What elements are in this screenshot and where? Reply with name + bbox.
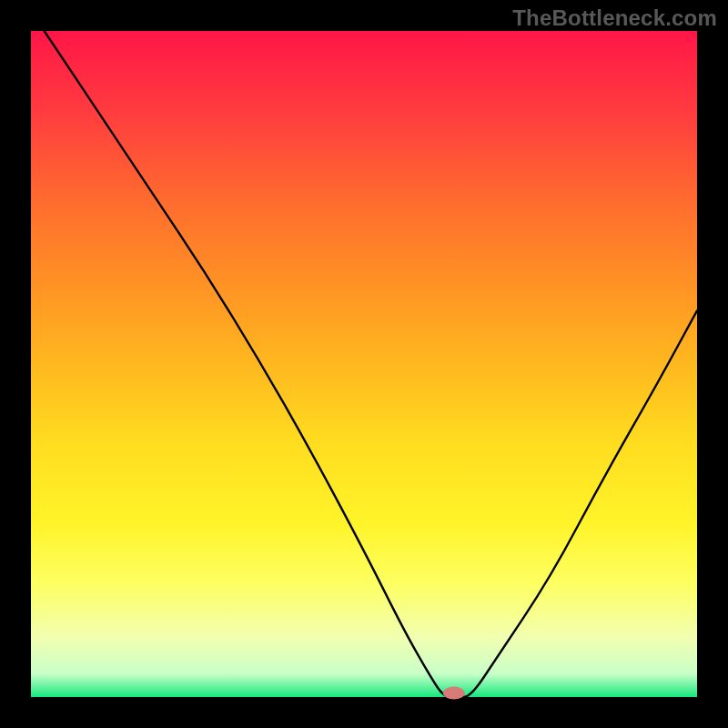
optimal-marker: [443, 687, 465, 700]
chart-container: TheBottleneck.com: [0, 0, 728, 728]
bottleneck-chart: [0, 0, 728, 728]
watermark-text: TheBottleneck.com: [512, 5, 717, 31]
plot-background-gradient: [31, 31, 697, 697]
